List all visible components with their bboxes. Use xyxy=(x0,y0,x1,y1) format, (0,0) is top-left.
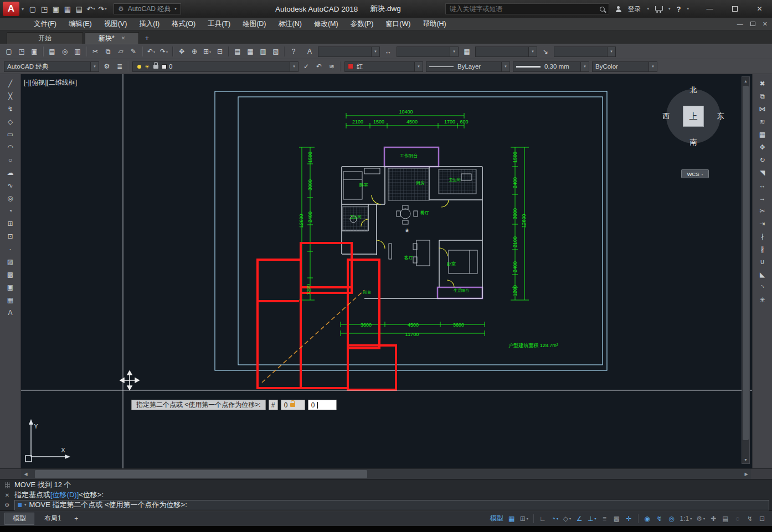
plot-icon[interactable]: ▤ xyxy=(46,46,58,58)
menu-item[interactable]: 标注(N) xyxy=(272,18,308,30)
save-icon[interactable]: ▣ xyxy=(50,3,61,15)
compass-south-label[interactable]: 南 xyxy=(690,137,697,147)
qnew-icon[interactable]: ▢ xyxy=(27,3,38,15)
help-icon[interactable]: ? xyxy=(287,46,300,58)
rotate-icon[interactable]: ↻ xyxy=(755,154,770,166)
plot-icon[interactable]: ▤ xyxy=(74,3,85,15)
menu-item[interactable]: 视图(V) xyxy=(98,18,133,30)
navigation-compass[interactable]: 上 北 南 西 东 xyxy=(662,85,724,147)
chevron-down-icon[interactable]: ▾ xyxy=(290,62,298,71)
layer-lock-icon[interactable] xyxy=(153,65,158,69)
layer-freeze-icon[interactable]: ☀ xyxy=(145,64,150,70)
quick-properties-icon[interactable]: ▤ xyxy=(720,513,731,524)
plotstyle-combo[interactable]: ByColor ▾ xyxy=(592,61,657,72)
sheet-set-icon[interactable]: ▧ xyxy=(270,46,282,58)
base-prompt-option[interactable]: [位移(D)] xyxy=(50,490,79,500)
move-icon[interactable]: ✥ xyxy=(755,141,770,153)
command-close-icon[interactable]: ✕ xyxy=(0,492,14,498)
table-style-icon[interactable]: ▦ xyxy=(461,46,473,58)
chevron-down-icon[interactable]: ▾ xyxy=(90,62,99,71)
dynamic-input-hash-button[interactable]: # xyxy=(269,400,278,410)
lineweight-icon[interactable]: ≡ xyxy=(599,513,610,524)
pan-icon[interactable]: ✥ xyxy=(176,46,188,58)
ortho-icon[interactable]: ∟ xyxy=(537,513,548,524)
undo-icon[interactable]: ↶▾ xyxy=(85,3,96,15)
explode-icon[interactable]: ✳ xyxy=(755,294,770,306)
model-tab[interactable]: 模型 xyxy=(4,513,34,525)
trim-icon[interactable]: ✂ xyxy=(755,205,770,216)
open-icon[interactable]: ◳ xyxy=(39,3,50,15)
command-grip-icon[interactable] xyxy=(0,482,14,488)
clean-screen-icon[interactable]: ⊡ xyxy=(756,513,768,524)
workspace-combo[interactable]: AutoCAD 经典 ▾ xyxy=(4,61,99,72)
search-box[interactable] xyxy=(445,3,609,14)
tab-start[interactable]: 开始 xyxy=(7,32,83,44)
gradient-icon[interactable]: ▩ xyxy=(3,268,18,280)
dynamic-input-y-field[interactable]: 0 xyxy=(308,400,337,410)
layer-properties-icon[interactable]: ≣ xyxy=(114,61,126,73)
menu-item[interactable]: 窗口(W) xyxy=(379,18,416,30)
text-style-combo[interactable]: ▾ xyxy=(318,47,380,57)
break-icon[interactable]: ∦ xyxy=(755,243,770,255)
text-style-icon[interactable]: A xyxy=(303,46,316,58)
annotation-scale-icon[interactable]: ◎ xyxy=(666,513,677,524)
zoom-previous-icon[interactable]: ⊟ xyxy=(214,46,226,58)
revision-cloud-icon[interactable]: ☁ xyxy=(3,167,18,178)
copy-clip-icon[interactable]: ⧉ xyxy=(102,46,114,58)
help-icon[interactable]: ? xyxy=(677,5,681,13)
scroll-left-icon[interactable]: ◀ xyxy=(21,469,30,479)
graphics-performance-icon[interactable]: ↯ xyxy=(744,513,755,524)
workspace-settings-icon[interactable]: ⚙ xyxy=(101,61,113,73)
wcs-menu[interactable]: WCS ▾ xyxy=(681,169,709,178)
cart-caret-icon[interactable]: ▾ xyxy=(668,7,671,11)
point-icon[interactable]: ∙ xyxy=(3,243,18,255)
grid-icon[interactable]: ▦ xyxy=(506,513,517,524)
viewport-controls-label[interactable]: [-][俯视][二维线框] xyxy=(24,78,77,87)
chevron-down-icon[interactable]: ▾ xyxy=(649,62,657,71)
erase-icon[interactable]: ✖ xyxy=(755,78,770,89)
redo-icon[interactable]: ↷▾ xyxy=(158,46,170,58)
workspace-gear-icon[interactable]: ⚙▾ xyxy=(694,513,707,524)
fillet-icon[interactable]: ◝ xyxy=(755,281,770,293)
isolate-objects-icon[interactable]: ◌ xyxy=(732,513,743,524)
help-caret-icon[interactable]: ▾ xyxy=(687,7,689,11)
plot-preview-icon[interactable]: ◎ xyxy=(59,46,71,58)
spline-icon[interactable]: ∿ xyxy=(3,179,18,191)
construction-line-icon[interactable]: ╳ xyxy=(3,90,18,102)
layer-states-icon[interactable]: ≋ xyxy=(326,61,338,73)
new-layout-button[interactable]: + xyxy=(71,514,81,524)
hatch-icon[interactable]: ▨ xyxy=(3,256,18,267)
snap-icon[interactable]: ⊞▾ xyxy=(518,513,530,524)
osnap-icon[interactable]: ⊥▾ xyxy=(586,513,598,524)
compass-west-label[interactable]: 西 xyxy=(663,111,670,121)
open-icon[interactable]: ◳ xyxy=(16,46,28,58)
otrack-icon[interactable]: ∠ xyxy=(574,513,585,524)
chevron-down-icon[interactable]: ▾ xyxy=(528,47,537,56)
minimize-button[interactable]: — xyxy=(697,0,722,18)
scroll-up-icon[interactable]: ▲ xyxy=(742,77,749,85)
recent-commands-icon[interactable] xyxy=(18,503,22,507)
horizontal-scroll-thumb[interactable] xyxy=(35,470,367,478)
chamfer-icon[interactable]: ◣ xyxy=(755,268,770,280)
menu-item[interactable]: 编辑(E) xyxy=(63,18,98,30)
properties-icon[interactable]: ▤ xyxy=(231,46,244,58)
command-line-window[interactable]: MOVE 找到 12 个 ✕ 指定基点或 [位移(D)] <位移>: ⚙ ▾ M… xyxy=(0,479,772,510)
chevron-down-icon[interactable]: ▾ xyxy=(414,62,423,71)
rectangle-icon[interactable]: ▭ xyxy=(3,128,18,140)
annotation-monitor-icon[interactable]: ✚ xyxy=(708,513,719,524)
model-space-label[interactable]: 模型 xyxy=(488,513,505,524)
transparency-icon[interactable]: ▩ xyxy=(611,513,622,524)
dynamic-input-icon[interactable]: ✛ xyxy=(624,513,635,524)
table-style-combo[interactable]: ▾ xyxy=(475,47,537,57)
new-tab-button[interactable]: + xyxy=(141,32,153,43)
extend-icon[interactable]: ⇥ xyxy=(755,218,770,229)
dim-style-combo[interactable]: ▾ xyxy=(397,47,459,57)
region-icon[interactable]: ▣ xyxy=(3,281,18,293)
scale-icon[interactable]: ◥ xyxy=(755,167,770,178)
doc-close-button[interactable]: ✕ xyxy=(763,20,768,28)
layer-on-icon[interactable] xyxy=(137,65,141,69)
close-button[interactable]: ✕ xyxy=(747,0,772,18)
drawing-canvas[interactable]: 1040021001500450017006001500300024001260… xyxy=(21,74,752,468)
arc-icon[interactable]: ◠ xyxy=(3,141,18,153)
scroll-right-icon[interactable]: ▶ xyxy=(742,469,751,479)
